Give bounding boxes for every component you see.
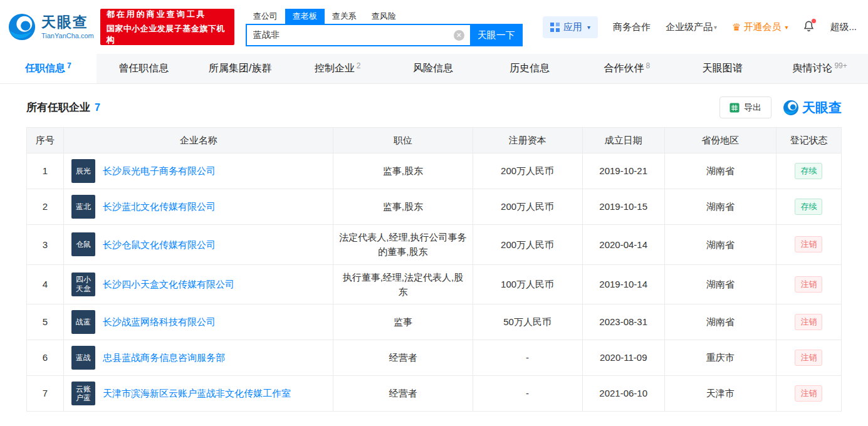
business-cooperation-link[interactable]: 商务合作: [613, 21, 651, 33]
region-cell: 重庆市: [664, 340, 776, 376]
col-status: 登记状态: [776, 128, 841, 153]
search-tabs: 查公司 查老板 查关系 查风险: [246, 8, 523, 24]
table-row: 3 仓鼠 长沙仓鼠文化传媒有限公司 法定代表人,经理,执行公司事务的董事,股东 …: [27, 225, 842, 265]
promo-line1: 都在用的商业查询工具: [107, 9, 228, 20]
status-badge: 存续: [795, 199, 822, 215]
company-link[interactable]: 天津市滨海新区云账户蓝战非文化传媒工作室: [103, 386, 291, 400]
tab-history-info[interactable]: 历史信息: [482, 54, 578, 83]
search-tab-relation[interactable]: 查关系: [325, 9, 364, 24]
position-cell: 法定代表人,经理,执行公司事务的董事,股东: [333, 225, 473, 265]
tab-group-cluster[interactable]: 所属集团/族群: [193, 54, 290, 83]
position-cell: 经营者: [333, 376, 473, 412]
region-cell: 湖南省: [664, 225, 776, 265]
chevron-down-icon: ▾: [714, 24, 717, 31]
section-header: 所有任职企业 7 导出 天眼查: [26, 96, 842, 118]
tab-controlled-companies[interactable]: 控制企业 2: [290, 54, 386, 83]
search-tab-risk[interactable]: 查风险: [364, 9, 404, 24]
tab-label: 风险信息: [413, 62, 453, 75]
region-cell: 天津市: [664, 376, 776, 412]
section-title: 所有任职企业: [26, 100, 90, 115]
vip-upgrade-link[interactable]: ♛ 开通会员 ▾: [732, 21, 788, 33]
capital-cell: 200万人民币: [473, 225, 582, 265]
row-index: 3: [27, 225, 64, 265]
brand-name: 天眼查: [41, 14, 94, 30]
chevron-down-icon: ▾: [785, 24, 788, 31]
tab-graph[interactable]: 天眼图谱: [675, 54, 771, 83]
region-cell: 湖南省: [664, 304, 776, 340]
col-company: 企业名称: [64, 128, 333, 153]
notifications-bell[interactable]: [803, 20, 815, 34]
company-link[interactable]: 长沙辰光电子商务有限公司: [103, 164, 216, 178]
tab-label: 任职信息: [25, 62, 65, 75]
super-account-link[interactable]: 超级...: [830, 21, 857, 33]
date-cell: 2019-10-14: [582, 264, 664, 304]
search-tab-boss[interactable]: 查老板: [285, 9, 325, 24]
tab-public-opinion[interactable]: 舆情讨论 99+: [771, 54, 868, 83]
brand-domain: TianYanCha.com: [41, 32, 94, 39]
search-button[interactable]: 天眼一下: [470, 24, 523, 46]
tianyancha-logo[interactable]: 天眼查 TianYanCha.com: [8, 13, 94, 41]
table-row: 7 云账 户蓝 天津市滨海新区云账户蓝战非文化传媒工作室 经营者 - 2021-…: [27, 376, 842, 412]
company-link[interactable]: 长沙四小天盒文化传媒有限公司: [103, 277, 234, 291]
date-cell: 2020-04-14: [582, 225, 664, 265]
row-index: 6: [27, 340, 64, 376]
tianyancha-watermark-icon: [783, 100, 799, 116]
export-button[interactable]: 导出: [719, 96, 771, 118]
clear-search-icon[interactable]: ✕: [454, 30, 464, 41]
capital-cell: 200万人民币: [473, 189, 582, 225]
watermark-text: 天眼查: [802, 99, 842, 117]
company-link[interactable]: 长沙仓鼠文化传媒有限公司: [103, 237, 216, 252]
col-date: 成立日期: [582, 128, 664, 153]
company-link[interactable]: 忠县蓝战商务信息咨询服务部: [103, 350, 225, 365]
table-header-row: 序号 企业名称 职位 注册资本 成立日期 省份地区 登记状态: [27, 128, 842, 153]
apps-label: 应用: [563, 21, 582, 33]
apps-menu[interactable]: 应用 ▾: [543, 16, 598, 38]
company-logo: 蓝战: [71, 346, 95, 370]
position-cell: 执行董事,经理,法定代表人,股东: [333, 264, 473, 304]
capital-cell: 100万人民币: [473, 264, 582, 304]
table-row: 5 战蓝 长沙战蓝网络科技有限公司 监事 50万人民币 2023-08-31 湖…: [27, 304, 842, 340]
top-right-nav: 应用 ▾ 商务合作 企业级产品 ▾ ♛ 开通会员 ▾ 超级...: [543, 16, 857, 38]
col-position: 职位: [333, 128, 473, 153]
col-region: 省份地区: [664, 128, 776, 153]
company-link[interactable]: 长沙战蓝网络科技有限公司: [103, 314, 216, 329]
date-cell: 2019-10-21: [582, 153, 664, 189]
top-header: 天眼查 TianYanCha.com 都在用的商业查询工具 国家中小企业发展子基…: [0, 0, 868, 54]
status-badge: 注销: [795, 385, 822, 402]
region-cell: 湖南省: [664, 264, 776, 304]
tab-count: 8: [646, 61, 650, 70]
row-index: 4: [27, 264, 64, 304]
tab-count: 99+: [834, 61, 847, 70]
table-row: 2 蓝北 长沙蓝北文化传媒有限公司 监事,股东 200万人民币 2019-10-…: [27, 189, 842, 225]
enterprise-products-link[interactable]: 企业级产品 ▾: [666, 21, 717, 33]
position-cell: 监事,股东: [333, 189, 473, 225]
table-row: 4 四小 天盒 长沙四小天盒文化传媒有限公司 执行董事,经理,法定代表人,股东 …: [27, 264, 842, 304]
company-logo: 仓鼠: [71, 232, 95, 256]
status-badge: 注销: [795, 276, 822, 293]
company-logo: 辰光: [71, 159, 95, 183]
tab-label: 控制企业: [315, 62, 355, 75]
section-count: 7: [95, 102, 100, 113]
company-link[interactable]: 长沙蓝北文化传媒有限公司: [103, 199, 216, 214]
row-index: 5: [27, 304, 64, 340]
promo-banner: 都在用的商业查询工具 国家中小企业发展子基金旗下机构: [100, 9, 234, 45]
tab-employment-info[interactable]: 任职信息 7: [0, 54, 97, 83]
employment-table: 序号 企业名称 职位 注册资本 成立日期 省份地区 登记状态 1 辰光 长沙辰光…: [26, 127, 842, 412]
company-logo: 蓝北: [71, 195, 95, 219]
enterprise-products-label: 企业级产品: [666, 21, 713, 33]
search-block: 查公司 查老板 查关系 查风险 ✕ 天眼一下: [246, 8, 523, 46]
row-index: 7: [27, 376, 64, 412]
company-logo: 战蓝: [71, 310, 95, 334]
company-logo: 四小 天盒: [71, 273, 95, 296]
tab-partners[interactable]: 合作伙伴 8: [578, 54, 675, 83]
watermark-logo: 天眼查: [783, 99, 842, 117]
search-tab-company[interactable]: 查公司: [246, 9, 285, 24]
search-input[interactable]: [246, 24, 470, 46]
tab-count: 2: [357, 61, 361, 70]
tab-past-employment[interactable]: 曾任职信息: [97, 54, 193, 83]
export-label: 导出: [744, 102, 761, 113]
tab-label: 合作伙伴: [604, 62, 644, 75]
tab-count: 7: [67, 61, 71, 70]
tab-risk-info[interactable]: 风险信息: [386, 54, 483, 83]
capital-cell: -: [473, 376, 582, 412]
